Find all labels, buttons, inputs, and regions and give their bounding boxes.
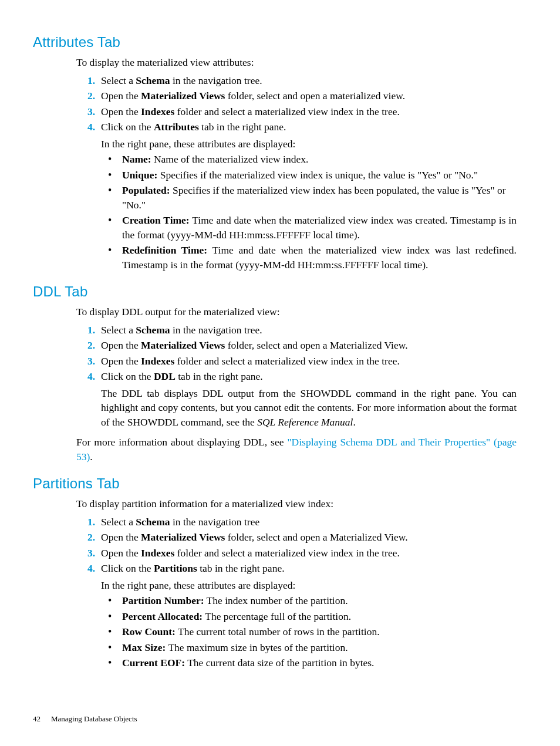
label: Row Count: xyxy=(122,626,176,637)
text: Select a xyxy=(101,324,136,336)
step-item: Open the Indexes folder and select a mat… xyxy=(101,546,517,561)
text: The current total number of rows in the … xyxy=(176,626,380,637)
text: in the navigation tree xyxy=(170,516,260,528)
bullet-item: Percent Allocated: The percentage full o… xyxy=(122,609,517,624)
text: Open the xyxy=(101,547,141,559)
intro-partitions: To display partition information for a m… xyxy=(76,497,527,511)
bold: Schema xyxy=(136,324,170,336)
intro-attributes: To display the materialized view attribu… xyxy=(76,55,527,70)
text: folder and select a materialized view in… xyxy=(174,106,399,117)
step-item: Select a Schema in the navigation tree. xyxy=(101,323,517,337)
step-item: Click on the DDL tab in the right pane. … xyxy=(101,369,517,429)
bold: Indexes xyxy=(141,547,174,559)
bold: Materialized Views xyxy=(141,531,225,543)
bullets-attributes: Name: Name of the materialized view inde… xyxy=(101,152,517,272)
section-attributes: Attributes Tab To display the materializ… xyxy=(33,34,527,272)
bold: Attributes xyxy=(154,121,199,133)
text: tab in the right pane. xyxy=(176,370,263,382)
heading-attributes: Attributes Tab xyxy=(33,34,527,50)
sub-intro: In the right pane, these attributes are … xyxy=(101,137,517,151)
text: Click on the xyxy=(101,562,154,574)
steps-partitions: Select a Schema in the navigation tree O… xyxy=(76,515,527,670)
text: folder, select and open a Materialized V… xyxy=(225,339,407,351)
text: Open the xyxy=(101,339,141,351)
page-footer: 42Managing Database Objects xyxy=(33,714,137,724)
page-number: 42 xyxy=(33,714,41,723)
text: folder and select a materialized view in… xyxy=(174,355,399,367)
text: The percentage full of the partition. xyxy=(203,610,351,622)
page-content: Attributes Tab To display the materializ… xyxy=(0,0,560,700)
step-item: Click on the Partitions tab in the right… xyxy=(101,561,517,670)
bullets-partitions: Partition Number: The index number of th… xyxy=(101,593,517,670)
text: Click on the xyxy=(101,121,154,133)
section-partitions: Partitions Tab To display partition info… xyxy=(33,475,527,670)
text: The current data size of the partition i… xyxy=(185,657,374,669)
bullet-item: Creation Time: Time and date when the ma… xyxy=(122,213,517,242)
steps-attributes: Select a Schema in the navigation tree. … xyxy=(76,73,527,272)
step-item: Select a Schema in the navigation tree. xyxy=(101,73,517,88)
text: tab in the right pane. xyxy=(199,121,286,133)
bullet-item: Partition Number: The index number of th… xyxy=(122,593,517,608)
intro-ddl: To display DDL output for the materializ… xyxy=(76,305,527,319)
text: The maximum size in bytes of the partiti… xyxy=(166,642,348,653)
label: Creation Time: xyxy=(122,214,190,226)
bold: Schema xyxy=(136,516,170,528)
text: folder, select and open a materialized v… xyxy=(225,90,405,102)
steps-ddl: Select a Schema in the navigation tree. … xyxy=(76,323,527,430)
step-item: Open the Materialized Views folder, sele… xyxy=(101,89,517,103)
label: Redefinition Time: xyxy=(122,244,207,256)
label: Max Size: xyxy=(122,642,166,653)
step-item: Select a Schema in the navigation tree xyxy=(101,515,517,529)
text: Open the xyxy=(101,90,141,102)
step-item: Click on the Attributes tab in the right… xyxy=(101,120,517,272)
italic: SQL Reference Manual xyxy=(257,416,353,428)
bullet-item: Row Count: The current total number of r… xyxy=(122,625,517,639)
label: Percent Allocated: xyxy=(122,610,203,622)
bullet-item: Unique: Specifies if the materialized vi… xyxy=(122,168,517,183)
text: tab in the right pane. xyxy=(197,562,285,574)
bold: Partitions xyxy=(154,562,197,574)
text: Select a xyxy=(101,516,136,528)
bullet-item: Populated: Specifies if the materialized… xyxy=(122,183,517,212)
bold: Indexes xyxy=(141,106,174,117)
text: Open the xyxy=(101,531,141,543)
text: Open the xyxy=(101,106,141,117)
text: Specifies if the materialized view index… xyxy=(122,184,506,211)
label: Populated: xyxy=(122,184,170,196)
text: folder, select and open a Materialized V… xyxy=(225,531,407,543)
text: folder and select a materialized view in… xyxy=(174,547,399,559)
footer-title: Managing Database Objects xyxy=(51,714,137,723)
text: in the navigation tree. xyxy=(170,75,262,86)
step-item: Open the Indexes folder and select a mat… xyxy=(101,104,517,119)
label: Name: xyxy=(122,153,151,165)
heading-partitions: Partitions Tab xyxy=(33,475,527,492)
bold: Materialized Views xyxy=(141,90,225,102)
bullet-item: Max Size: The maximum size in bytes of t… xyxy=(122,640,517,655)
bullet-item: Current EOF: The current data size of th… xyxy=(122,656,517,670)
step-item: Open the Indexes folder and select a mat… xyxy=(101,354,517,369)
bullet-item: Redefinition Time: Time and date when th… xyxy=(122,243,517,272)
text: Open the xyxy=(101,355,141,367)
label: Partition Number: xyxy=(122,595,204,606)
text: Select a xyxy=(101,75,136,86)
text: For more information about displaying DD… xyxy=(76,436,287,448)
step-item: Open the Materialized Views folder, sele… xyxy=(101,338,517,353)
bold: DDL xyxy=(154,370,176,382)
heading-ddl: DDL Tab xyxy=(33,283,527,300)
section-ddl: DDL Tab To display DDL output for the ma… xyxy=(33,283,527,464)
bold: Indexes xyxy=(141,355,174,367)
text: Name of the materialized view index. xyxy=(151,153,309,165)
ddl-after: For more information about displaying DD… xyxy=(76,435,527,464)
bold: Materialized Views xyxy=(141,339,225,351)
text: . xyxy=(90,451,92,463)
sub-intro: In the right pane, these attributes are … xyxy=(101,578,517,593)
label: Unique: xyxy=(122,169,157,181)
text: Click on the xyxy=(101,370,154,382)
text: Specifies if the materialized view index… xyxy=(157,169,478,181)
text: . xyxy=(353,416,355,428)
step-item: Open the Materialized Views folder, sele… xyxy=(101,530,517,545)
text: The index number of the partition. xyxy=(204,595,348,606)
text: in the navigation tree. xyxy=(170,324,262,336)
bold: Schema xyxy=(136,75,170,86)
label: Current EOF: xyxy=(122,657,185,669)
